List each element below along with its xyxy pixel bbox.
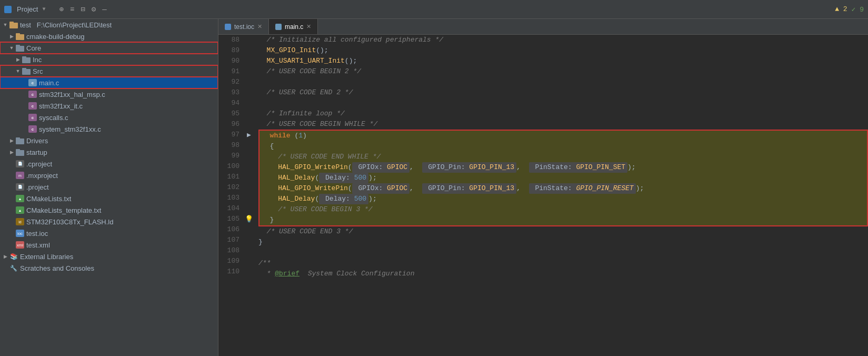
project-title[interactable]: Project (17, 5, 38, 13)
sidebar-label-flash-ld: STM32F103C8Tx_FLASH.ld (26, 218, 113, 226)
sidebar-item-stm32-hal-msp[interactable]: c stm32f1xx_hal_msp.c (0, 88, 218, 100)
tab-bar: test.ioc ✕ main.c ✕ (218, 19, 868, 35)
sidebar-item-mxproject[interactable]: m .mxproject (0, 170, 218, 181)
code-line-97: while (1) (258, 130, 868, 141)
file-icon-stm32-it: c (28, 102, 37, 110)
tab-icon-main-c (275, 24, 282, 30)
sidebar-item-src[interactable]: Src (0, 65, 218, 77)
sidebar-item-main-c[interactable]: c main.c (0, 77, 218, 88)
sidebar-label-stm32-it: stm32f1xx_it.c (39, 102, 83, 110)
line-numbers: 88 89 90 91 92 93 94 95 96 97 98 99 100 … (218, 35, 244, 356)
sidebar-item-test-ioc-file[interactable]: ioc test.ioc (0, 228, 218, 239)
code-102-gpiox: GPIOx: GPIOC (352, 183, 410, 194)
code-101-p1: ( (315, 173, 319, 183)
sidebar-item-inc[interactable]: Inc (0, 54, 218, 65)
sidebar-label-cproject: .cproject (26, 160, 52, 168)
sidebar-item-ext-libraries[interactable]: 📚 External Libraries (0, 251, 218, 262)
file-icon-main-c: c (28, 79, 37, 86)
sidebar-item-cmakelists[interactable]: ▲ CMakeLists.txt (0, 193, 218, 204)
sidebar-item-syscalls[interactable]: c syscalls.c (0, 112, 218, 123)
sidebar-item-cmake-build-debug[interactable]: cmake-build-debug (0, 31, 218, 42)
code-110-brief: @brief (275, 269, 300, 279)
folder-icon-drivers (16, 137, 24, 144)
sidebar-label-system-stm32: system_stm32f1xx.c (39, 125, 101, 133)
code-103-delay: Delay: 500 (319, 194, 368, 204)
line-num-108: 108 (218, 245, 240, 256)
arrow-ext-libraries (2, 253, 8, 260)
code-line-103: HAL_Delay( Delay: 500); (258, 194, 868, 204)
code-106-text: /* USER CODE END 3 */ (258, 226, 353, 237)
line-num-90: 90 (218, 56, 240, 66)
sidebar-item-cproject[interactable]: 📄 .cproject (0, 158, 218, 170)
editor-area: test.ioc ✕ main.c ✕ 88 89 90 91 92 93 94… (218, 19, 868, 356)
file-icon-cmakelists-template: ▲ (16, 206, 24, 214)
ext-libraries-icon: 📚 (9, 253, 18, 260)
arrow-cproject (8, 161, 15, 167)
gutter: ▶ 💡 (244, 35, 254, 356)
folder-icon-startup (16, 149, 24, 156)
sidebar-item-project-file[interactable]: 📄 .project (0, 181, 218, 193)
line-num-95: 95 (218, 108, 240, 119)
file-icon-cproject: 📄 (16, 160, 24, 167)
gutter-99 (244, 151, 254, 161)
code-line-90: MX_USART1_UART_Init(); (258, 56, 868, 66)
sidebar-label-startup: startup (26, 149, 47, 156)
sidebar-item-test-root[interactable]: test F:\Clion\Project\LED\test (0, 19, 218, 31)
sidebar-label-test-ioc: test.ioc (26, 230, 48, 238)
tab-close-main-c[interactable]: ✕ (306, 23, 311, 30)
folder-icon-inc (22, 56, 31, 63)
code-103-fn: HAL_Delay (262, 194, 315, 204)
code-103-end: ); (368, 194, 377, 204)
code-content[interactable]: /* Initialize all configured peripherals… (254, 35, 868, 356)
line-num-105: 105 (218, 214, 240, 224)
arrow-system-stm32 (21, 126, 27, 132)
sidebar-item-stm32-it[interactable]: c stm32f1xx_it.c (0, 100, 218, 112)
sidebar-label-mxproject: .mxproject (26, 172, 58, 180)
tab-close-test-ioc[interactable]: ✕ (257, 23, 262, 30)
code-109-text: /** (258, 258, 271, 269)
gutter-104 (244, 203, 254, 214)
gutter-107 (244, 235, 254, 245)
file-icon-test-ioc: ioc (16, 230, 24, 237)
list-icon[interactable]: ≡ (70, 5, 74, 14)
compass-icon[interactable]: ⊕ (59, 5, 63, 14)
sidebar-label-syscalls: syscalls.c (39, 114, 68, 122)
gutter-90 (244, 56, 254, 66)
arrow-project-file (8, 184, 15, 190)
arrow-test-ioc (8, 230, 15, 236)
code-line-109: /** (258, 258, 868, 269)
sidebar-item-cmakelists-template[interactable]: ▲ CMakeLists_template.txt (0, 204, 218, 216)
code-100-comma2: , (516, 162, 528, 173)
line-num-107: 107 (218, 235, 240, 245)
folder-icon-cmake (16, 33, 24, 40)
gutter-103 (244, 193, 254, 203)
code-100-gpiopin: GPIO_Pin: GPIO_PIN_13 (422, 162, 517, 173)
line-num-92: 92 (218, 77, 240, 87)
tab-main-c[interactable]: main.c ✕ (269, 19, 318, 34)
dropdown-arrow[interactable]: ▼ (42, 6, 45, 12)
code-editor[interactable]: 88 89 90 91 92 93 94 95 96 97 98 99 100 … (218, 35, 868, 356)
sidebar-item-drivers[interactable]: Drivers (0, 135, 218, 146)
tab-test-ioc[interactable]: test.ioc ✕ (218, 19, 269, 34)
sidebar-item-core[interactable]: Core (0, 42, 218, 54)
sidebar-item-test-xml[interactable]: xml test.xml (0, 239, 218, 251)
line-num-100: 100 (218, 161, 240, 172)
sidebar-label-test-root: test F:\Clion\Project\LED\test (20, 21, 112, 29)
gutter-101 (244, 172, 254, 182)
minus-icon[interactable]: — (102, 5, 106, 14)
arrow-src (15, 68, 21, 74)
sidebar-item-startup[interactable]: startup (0, 146, 218, 158)
gear-icon[interactable]: ⚙ (92, 5, 96, 14)
arrow-drivers (8, 137, 15, 144)
code-103-p1: ( (315, 194, 319, 204)
arrow-scratches (2, 265, 8, 271)
code-88-text: /* Initialize all configured peripherals… (258, 35, 443, 45)
code-102-comma2: , (516, 183, 528, 194)
sidebar-item-scratches[interactable]: 🔧 Scratches and Consoles (0, 262, 218, 274)
code-89-rest: (); (316, 45, 328, 56)
sidebar-item-system-stm32[interactable]: c system_stm32f1xx.c (0, 123, 218, 135)
gutter-105[interactable]: 💡 (244, 214, 254, 224)
sidebar-item-flash-ld[interactable]: ld STM32F103C8Tx_FLASH.ld (0, 216, 218, 228)
code-line-91: /* USER CODE BEGIN 2 */ (258, 66, 868, 77)
split-icon[interactable]: ⊟ (81, 5, 85, 14)
